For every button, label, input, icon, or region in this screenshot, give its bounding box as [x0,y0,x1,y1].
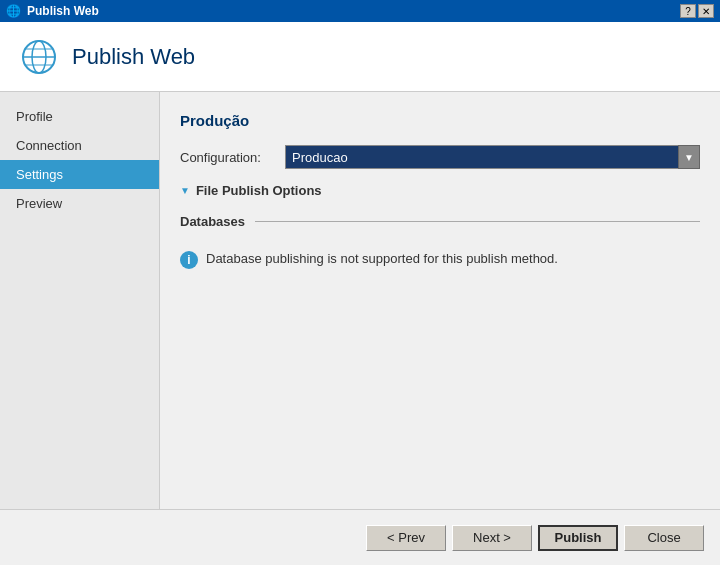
file-publish-options-label: File Publish Options [196,183,322,198]
sidebar-item-connection[interactable]: Connection [0,131,159,160]
collapse-arrow-icon: ▼ [180,185,190,196]
title-bar-title: Publish Web [27,4,99,18]
databases-divider: Databases [180,214,700,229]
databases-label: Databases [180,214,245,229]
configuration-select[interactable]: Producao [285,145,700,169]
sidebar: Profile Connection Settings Preview [0,92,160,509]
close-window-button[interactable]: ✕ [698,4,714,18]
prev-button[interactable]: < Prev [366,525,446,551]
title-bar: 🌐 Publish Web ? ✕ [0,0,720,22]
title-bar-icon: 🌐 [6,4,21,18]
dialog-title: Publish Web [72,44,195,70]
file-publish-options-row[interactable]: ▼ File Publish Options [180,183,700,198]
publish-web-icon [20,38,58,76]
publish-web-dialog: Publish Web Profile Connection Settings … [0,22,720,565]
help-button[interactable]: ? [680,4,696,18]
dialog-header: Publish Web [0,22,720,92]
sidebar-item-preview[interactable]: Preview [0,189,159,218]
next-button[interactable]: Next > [452,525,532,551]
sidebar-item-profile[interactable]: Profile [0,102,159,131]
publish-button[interactable]: Publish [538,525,618,551]
info-icon: i [180,251,198,269]
configuration-label: Configuration: [180,150,275,165]
sidebar-item-settings[interactable]: Settings [0,160,159,189]
databases-divider-line [255,221,700,222]
info-message: Database publishing is not supported for… [206,251,558,266]
configuration-select-wrapper: Producao ▼ [285,145,700,169]
main-content: Produção Configuration: Producao ▼ ▼ Fil… [160,92,720,509]
section-title: Produção [180,112,700,129]
info-row: i Database publishing is not supported f… [180,245,700,275]
close-button[interactable]: Close [624,525,704,551]
configuration-row: Configuration: Producao ▼ [180,145,700,169]
title-bar-controls: ? ✕ [680,4,714,18]
dialog-body: Profile Connection Settings Preview Prod… [0,92,720,509]
dialog-footer: < Prev Next > Publish Close [0,509,720,565]
